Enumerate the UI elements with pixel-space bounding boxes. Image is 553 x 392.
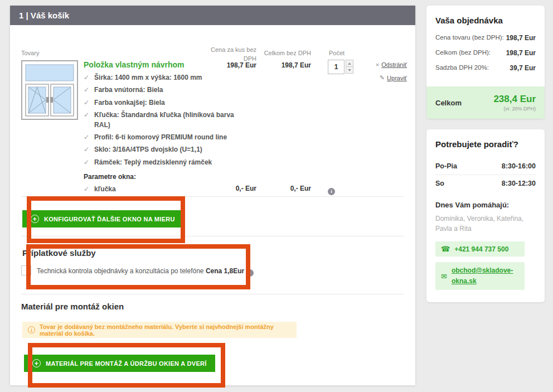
product-feature: ✓ Rámček: Teplý medzisklenný rámček [84,158,239,167]
opening-hours-row: So 8:30-12:30 [435,175,536,192]
order-total-label: Celkom [435,99,462,107]
material-section-heading: Materiál pre montáž okien [21,302,124,311]
parameter-name: kľučka [94,185,116,194]
check-icon: ✓ [84,73,89,83]
email-address: obchod@skladove-okna.sk [452,265,517,287]
cart-panel-header: 1 | Váš košík [10,6,415,25]
item-actions: × Odstrániť ✎ Upraviť [358,61,407,88]
item-total-price: 198,7 Eur [255,61,311,69]
quantity-stepper: 1 [328,60,353,74]
edit-label: Upraviť [387,75,407,81]
divider [21,196,404,197]
parameter-unit-price: 0,- Eur [201,185,256,192]
warning-text: Tovar je dodávaný bez montážneho materiá… [40,323,291,337]
order-summary-heading: Vaša objednávka [435,16,536,25]
feature-text: Kľučka: Štandardná kľučka (hliníková bar… [94,110,239,130]
feature-text: Sklo: 3/16A/4TPS dvojsklo (U=1,1) [94,145,202,154]
order-row-value: 198,7 Eur [506,34,536,42]
check-icon: ✓ [84,110,89,130]
product-feature: ✓ Sklo: 3/16A/4TPS dvojsklo (U=1,1) [84,145,239,154]
feature-text: Profil: 6-ti komorový PREMIUM round line [94,133,227,142]
help-heading: Potrebujete poradiť? [435,139,536,149]
order-total-note: (vr. 20% DPH) [493,106,536,112]
column-header-total-price: Celkom bez DPH [255,49,311,58]
order-total-value: 238,4 Eur [493,94,536,105]
email-icon: ✉ [441,272,447,280]
column-header-product: Tovary [21,49,39,58]
order-summary-card: Vaša objednávka Cena tovaru (bez DPH): 1… [426,6,545,119]
edit-item-link[interactable]: ✎ Upraviť [380,74,407,81]
check-icon: ✓ [84,85,89,95]
column-header-quantity: Počet [329,49,345,58]
opening-hours-row: Po-Pia 8:30-16:00 [435,158,536,175]
feature-text: Rámček: Teplý medzisklenný rámček [94,158,212,167]
check-icon: ✓ [84,185,89,194]
order-total-box: Celkom 238,4 Eur (vr. 20% DPH) [426,86,545,119]
close-icon: × [376,61,379,68]
hours-time: 8:30-16:00 [502,162,536,170]
order-row-label: Celkom (bez DPH): [435,49,491,57]
order-row-value: 39,7 Eur [510,64,536,72]
plus-icon: + [32,359,41,367]
product-window-image [21,60,78,120]
hours-time: 8:30-12:30 [502,180,536,187]
order-summary-row: Celkom (bez DPH): 198,7 Eur [435,49,536,57]
product-feature: ✓ Širka: 1400 mm x výška: 1600 mm [84,73,239,83]
hours-day: Po-Pia [435,162,457,170]
order-summary-row: Cena tovaru (bez DPH): 198,7 Eur [435,34,536,42]
pencil-icon: ✎ [380,74,385,81]
page-title: 1 | Váš košík [19,11,69,20]
configure-button-label: KONFIGUROVAŤ ĎALŠIE OKNO NA MIERU [44,216,175,222]
product-feature: ✓ Farba vnútorná: Biela [84,85,239,95]
item-unit-price: 198,7 Eur [201,61,256,69]
order-row-value: 198,7 Eur [506,49,536,57]
configure-another-window-button[interactable]: + KONFIGUROVAŤ ĎALŠIE OKNO NA MIERU [22,210,183,228]
plus-icon: + [31,215,39,223]
material-for-mounting-button[interactable]: + MATERIÁL PRE MONTÁŽ A ÚDRŽBU OKIEN A D… [24,355,215,372]
material-warning-banner: i Tovar je dodávaný bez montážneho mater… [22,322,297,338]
check-icon: ✓ [84,158,89,167]
technical-check-label: Technická kontrola objednávky a konzultá… [37,267,254,277]
remove-item-link[interactable]: × Odstrániť [376,61,407,68]
phone-icon: ☎ [441,245,450,253]
order-row-label: Sadzba DPH 20%: [435,64,489,72]
check-icon: ✓ [84,133,89,142]
material-button-label: MATERIÁL PRE MONTÁŽ A ÚDRŽBU OKIEN A DVE… [46,360,207,367]
cart-panel: 1 | Váš košík Tovary Cena za kus bez DPH… [10,6,415,385]
extra-services-heading: Príplatkové služby [22,248,96,258]
feature-text: Širka: 1400 mm x výška: 1600 mm [94,73,202,83]
helpers-names: Dominika, Veronika, Kateřina, Pavla a Ri… [435,214,536,234]
divider [21,294,404,294]
email-contact-button[interactable]: ✉ obchod@skladove-okna.sk [435,262,525,290]
phone-number: +421 944 737 500 [454,245,508,253]
help-card: Potrebujete poradiť? Po-Pia 8:30-16:00 S… [426,129,545,302]
product-feature: ✓ Profil: 6-ti komorový PREMIUM round li… [84,133,239,142]
opening-hours: Po-Pia 8:30-16:00 So 8:30-12:30 [435,158,536,192]
info-icon[interactable]: i [246,269,254,277]
info-icon: i [28,326,35,333]
chevron-up-icon [348,62,351,65]
window-parameters-heading: Parametre okna: [84,173,239,181]
check-icon: ✓ [84,145,89,154]
order-summary-row: Sadzba DPH 20%: 39,7 Eur [435,64,536,72]
hours-day: So [435,180,444,187]
product-details: Položka vlastným návrhom ✓ Širka: 1400 m… [84,60,239,195]
info-icon[interactable]: i [328,188,335,195]
remove-label: Odstrániť [381,61,407,68]
product-feature: ✓ Kľučka: Štandardná kľučka (hliníková b… [84,110,239,130]
parameter-row: ✓ kľučka 0,- Eur 0,- Eur i [84,185,239,194]
chevron-down-icon [348,69,351,71]
check-icon: ✓ [84,98,89,108]
phone-contact-button[interactable]: ☎ +421 944 737 500 [435,241,525,257]
feature-text: Farba vonkajšej: Biela [94,98,165,108]
product-feature: ✓ Farba vonkajšej: Biela [84,98,239,108]
service-price: Cena 1,8Eur [206,267,244,275]
divider [21,236,404,236]
feature-text: Farba vnútorná: Biela [94,85,163,95]
order-row-label: Cena tovaru (bez DPH): [435,34,504,42]
quantity-down-button[interactable] [346,66,353,74]
technical-check-checkbox[interactable] [21,265,31,275]
parameter-total-price: 0,- Eur [255,185,311,192]
quantity-input[interactable]: 1 [328,60,345,74]
helpers-heading: Dnes Vám pomáhajú: [435,201,536,209]
